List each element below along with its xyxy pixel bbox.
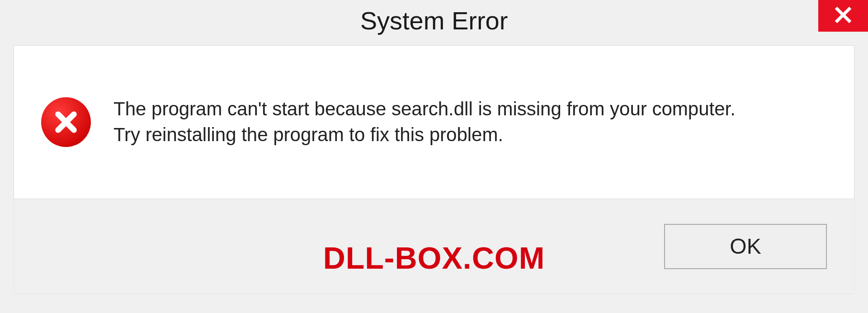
- error-message-line2: Try reinstalling the program to fix this…: [113, 122, 827, 148]
- dialog-footer: DLL-BOX.COM OK: [14, 199, 854, 294]
- dialog-title: System Error: [360, 6, 508, 35]
- close-icon: [834, 6, 852, 26]
- watermark-text: DLL-BOX.COM: [323, 240, 545, 275]
- error-message: The program can't start because search.d…: [113, 96, 827, 147]
- dialog-content: The program can't start because search.d…: [14, 45, 854, 199]
- error-icon: [41, 97, 91, 147]
- ok-button[interactable]: OK: [664, 224, 827, 269]
- titlebar: System Error: [0, 0, 868, 41]
- error-message-line1: The program can't start because search.d…: [113, 96, 827, 122]
- close-button[interactable]: [818, 0, 868, 32]
- error-icon-container: [41, 97, 91, 147]
